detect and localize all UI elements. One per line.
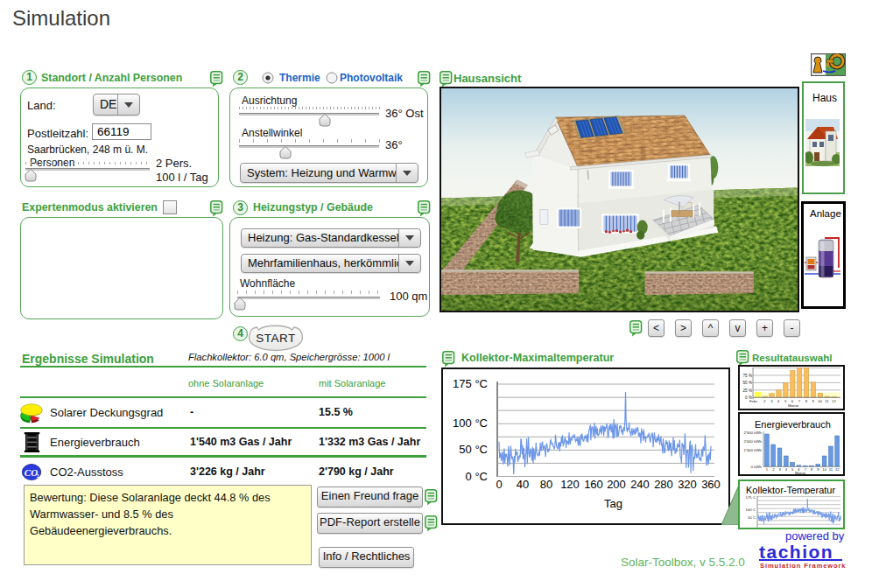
svg-text:2: 2: [37, 473, 39, 479]
svg-text:Monat: Monat: [794, 471, 805, 474]
svg-text:0 °C: 0 °C: [466, 470, 488, 483]
svg-text:1'500 kWh: 1'500 kWh: [743, 448, 762, 452]
svg-text:12: 12: [834, 467, 839, 472]
svg-text:50 °C: 50 °C: [459, 443, 488, 456]
svg-text:11: 11: [825, 399, 829, 403]
svg-text:120: 120: [560, 478, 580, 491]
svg-text:0 kWh: 0 kWh: [750, 465, 762, 469]
svg-text:50 %: 50 %: [742, 381, 751, 385]
svg-text:Febr.: Febr.: [749, 399, 758, 403]
svg-text:200: 200: [607, 478, 626, 491]
svg-text:100 °C: 100 °C: [453, 416, 488, 430]
svg-text:Monat: Monat: [787, 403, 798, 408]
svg-text:175 C: 175 C: [745, 495, 755, 500]
svg-text:11: 11: [828, 467, 833, 472]
svg-text:280: 280: [654, 478, 673, 491]
svg-text:Tag: Tag: [604, 497, 622, 510]
svg-text:175 °C: 175 °C: [453, 377, 488, 390]
svg-text:75 %: 75 %: [742, 374, 751, 378]
svg-text:2'000 kWh: 2'000 kWh: [743, 439, 762, 444]
svg-text:12: 12: [832, 399, 836, 403]
svg-text:80: 80: [540, 478, 552, 491]
svg-text:0: 0: [496, 478, 502, 491]
svg-text:25 %: 25 %: [742, 388, 751, 392]
svg-text:40: 40: [517, 478, 529, 491]
svg-text:160: 160: [584, 478, 603, 491]
svg-text:10: 10: [822, 467, 826, 472]
svg-text:320: 320: [678, 478, 697, 491]
svg-text:START: START: [256, 332, 296, 345]
svg-text:50 C: 50 C: [747, 515, 755, 520]
svg-text:240: 240: [630, 478, 650, 491]
svg-text:100 C: 100 C: [745, 508, 755, 512]
svg-text:10: 10: [818, 399, 822, 403]
svg-text:2'500 kWh: 2'500 kWh: [743, 430, 762, 435]
